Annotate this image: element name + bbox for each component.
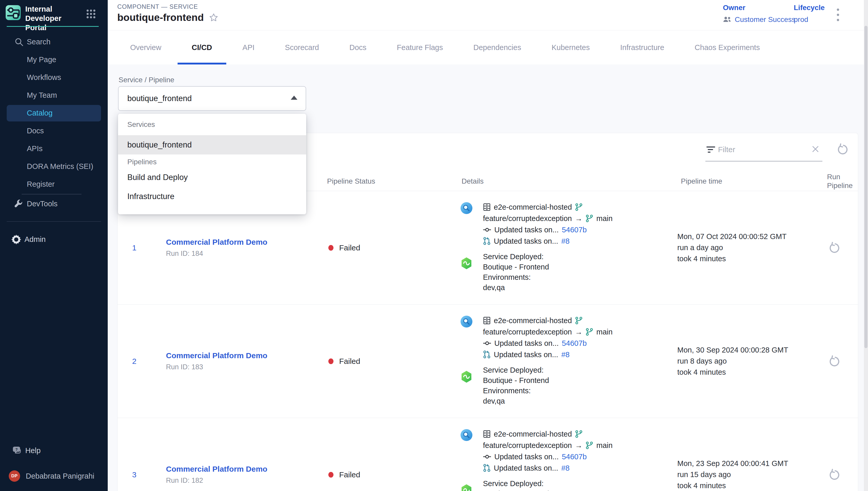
sidebar-item-search[interactable]: Search	[0, 33, 108, 51]
clear-filter-icon[interactable]	[811, 145, 819, 153]
branch-from: feature/corruptedexception	[483, 328, 572, 336]
sidebar-item-my-team[interactable]: My Team	[0, 86, 108, 104]
tabs-bar: Overview CI/CD API Scorecard Docs Featur…	[108, 30, 868, 64]
tab-dependencies[interactable]: Dependencies	[473, 30, 521, 64]
dropdown-option-infrastructure[interactable]: Infrastructure	[118, 187, 306, 206]
deploy-service: Boutique - Frontend	[483, 263, 549, 271]
column-pipeline-time: Pipeline time	[681, 177, 722, 185]
repo-name[interactable]: e2e-commercial-hosted	[494, 203, 572, 211]
branch-icon	[586, 214, 593, 223]
pipeline-time-cell: Mon, 07 Oct 2024 00:00:52 GMT run a day …	[677, 191, 786, 304]
sidebar-item-catalog[interactable]: Catalog	[0, 104, 108, 122]
owner-label: Owner	[723, 4, 795, 12]
tab-scorecard[interactable]: Scorecard	[285, 30, 319, 64]
lifecycle-label: Lifecycle	[794, 4, 825, 12]
sidebar-item-apis[interactable]: APIs	[0, 140, 108, 157]
tab-kubernetes[interactable]: Kubernetes	[552, 30, 590, 64]
details-cell: e2e-commercial-hosted	[460, 315, 666, 406]
run-ago: run 15 days ago	[677, 470, 788, 479]
sidebar-item-docs[interactable]: Docs	[0, 122, 108, 140]
status-cell: Failed	[328, 191, 360, 304]
commit-link[interactable]: 54607b	[562, 453, 587, 461]
filter-underline	[705, 161, 823, 162]
pipeline-run-link[interactable]: Commercial Platform Demo	[166, 351, 267, 360]
commit-text: Updated tasks on...	[494, 453, 559, 461]
branch-from: feature/corruptedexception	[483, 441, 572, 450]
sidebar-item-dora-metrics[interactable]: DORA Metrics (SEI)	[0, 157, 108, 175]
table-row: 3 Commercial Platform Demo Run ID: 182 F…	[118, 418, 858, 491]
kebab-menu-icon[interactable]	[832, 6, 844, 24]
ci-module-icon	[460, 202, 473, 214]
dropdown-option-build-and-deploy[interactable]: Build and Deploy	[118, 168, 306, 187]
catalog-selected-highlight	[7, 105, 101, 121]
deploy-title: Service Deployed:	[483, 480, 544, 488]
status-cell: Failed	[328, 418, 360, 491]
scrollbar-thumb[interactable]	[864, 26, 867, 348]
run-date: Mon, 30 Sep 2024 00:00:28 GMT	[677, 346, 788, 354]
cicd-content: Service / Pipeline boutique_frontend	[108, 64, 868, 491]
star-icon[interactable]	[209, 13, 218, 22]
ci-module-icon	[460, 429, 473, 441]
pr-link[interactable]: #8	[561, 464, 569, 472]
status-text: Failed	[339, 470, 360, 479]
wrench-icon	[13, 199, 23, 209]
sidebar-item-register[interactable]: Register	[0, 175, 108, 193]
commit-link[interactable]: 54607b	[562, 339, 587, 348]
repo-name[interactable]: e2e-commercial-hosted	[494, 316, 572, 325]
portal-logo-icon[interactable]	[6, 5, 21, 20]
run-duration: took 4 minutes	[677, 255, 786, 263]
sidebar-item-devtools[interactable]: DevTools	[0, 195, 108, 212]
pr-link[interactable]: #8	[561, 237, 569, 246]
pr-link[interactable]: #8	[561, 350, 569, 359]
status-cell: Failed	[328, 305, 360, 418]
tab-feature-flags[interactable]: Feature Flags	[397, 30, 443, 64]
tab-infrastructure[interactable]: Infrastructure	[620, 30, 664, 64]
tab-chaos-experiments[interactable]: Chaos Experiments	[694, 30, 760, 64]
dropdown-option-boutique-frontend[interactable]: boutique_frontend	[118, 135, 306, 154]
details-cell: e2e-commercial-hosted	[460, 428, 666, 491]
failed-status-dot	[328, 358, 334, 364]
ci-module-icon	[460, 315, 473, 328]
pr-text: Updated tasks on...	[494, 464, 558, 472]
deploy-service: Boutique - Frontend	[483, 376, 549, 385]
commit-icon	[483, 226, 491, 234]
filter-input[interactable]	[718, 141, 813, 158]
column-run-pipeline: Run Pipeline	[827, 173, 858, 190]
sidebar-item-workflows[interactable]: Workflows	[0, 68, 108, 86]
rerun-pipeline-button[interactable]	[828, 418, 840, 491]
commit-icon	[483, 339, 491, 347]
tab-cicd[interactable]: CI/CD	[192, 30, 212, 64]
commit-icon	[483, 453, 491, 461]
page-scrollbar[interactable]	[864, 0, 868, 491]
deploy-title: Service Deployed:	[483, 366, 544, 374]
run-id: Run ID: 182	[166, 476, 267, 485]
sidebar-user[interactable]: DP Debabrata Panigrahi	[0, 469, 108, 483]
filter-icon	[706, 145, 715, 154]
app-switcher-icon[interactable]	[86, 9, 96, 19]
rerun-pipeline-button[interactable]	[828, 191, 840, 304]
tab-overview[interactable]: Overview	[130, 30, 161, 64]
chevron-up-icon	[291, 96, 298, 100]
commit-link[interactable]: 54607b	[562, 226, 587, 234]
sidebar-item-help[interactable]: ? Help	[0, 441, 108, 459]
pipeline-run-link[interactable]: Commercial Platform Demo	[166, 465, 267, 473]
branch-icon	[575, 316, 583, 325]
pipeline-run-link[interactable]: Commercial Platform Demo	[166, 238, 267, 247]
environments-label: Environments:	[483, 386, 531, 395]
column-details: Details	[462, 177, 484, 185]
lifecycle-meta: Lifecycle prod	[794, 4, 825, 24]
repo-name[interactable]: e2e-commercial-hosted	[494, 430, 572, 438]
sidebar-item-admin[interactable]: Admin	[0, 230, 108, 248]
refresh-icon[interactable]	[836, 143, 848, 155]
rerun-pipeline-button[interactable]	[828, 305, 840, 418]
tab-docs[interactable]: Docs	[349, 30, 367, 64]
branch-from: feature/corruptedexception	[483, 214, 572, 223]
pipeline-select[interactable]: boutique_frontend	[118, 86, 306, 111]
sidebar-item-my-page[interactable]: My Page	[0, 51, 108, 68]
sidebar-nav: Search My Page Workflows My Team Catalog…	[0, 33, 108, 193]
owner-link[interactable]: Customer Success	[735, 16, 795, 24]
arrow: →	[575, 214, 583, 223]
tab-api[interactable]: API	[243, 30, 255, 64]
branch-icon	[586, 328, 593, 336]
avatar: DP	[9, 470, 20, 482]
